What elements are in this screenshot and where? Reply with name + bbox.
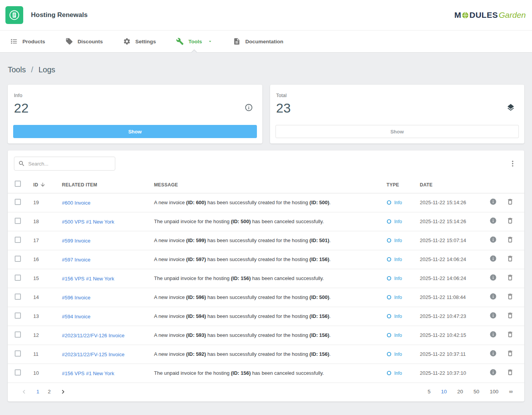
- layers-icon[interactable]: [506, 103, 515, 112]
- nav-item-tools[interactable]: Tools: [166, 31, 223, 52]
- row-checkbox[interactable]: [15, 313, 21, 319]
- delete-icon[interactable]: [506, 293, 514, 300]
- delete-icon[interactable]: [506, 217, 514, 224]
- delete-icon[interactable]: [506, 312, 514, 319]
- app-logo-icon: [5, 6, 23, 24]
- select-all-checkbox[interactable]: [15, 181, 21, 187]
- kebab-menu-icon[interactable]: [509, 160, 517, 167]
- details-info-icon[interactable]: [489, 331, 497, 338]
- row-checkbox[interactable]: [15, 237, 21, 243]
- row-checkbox[interactable]: [15, 275, 21, 281]
- nav-item-settings[interactable]: Settings: [113, 31, 166, 52]
- delete-icon[interactable]: [506, 274, 514, 281]
- related-item-link[interactable]: #594 Invoice: [62, 314, 91, 319]
- page-size-option[interactable]: 10: [441, 389, 447, 395]
- page-size-option[interactable]: ∞: [509, 389, 513, 395]
- row-checkbox[interactable]: [15, 218, 21, 224]
- row-checkbox[interactable]: [15, 350, 21, 357]
- log-type: Info: [387, 238, 412, 243]
- previous-page-icon[interactable]: [20, 388, 28, 396]
- logs-panel: ID RELATED ITEM MESSAGE TYPE DATE 19 #60…: [8, 150, 524, 401]
- log-date: 2025-11-22 10:37:10: [416, 364, 486, 383]
- related-item-link[interactable]: #2023/11/22/FV-126 Invoice: [62, 333, 125, 338]
- table-toolbar: [8, 150, 524, 176]
- log-date: 2025-11-22 10:42:15: [416, 326, 486, 345]
- details-info-icon[interactable]: [489, 312, 497, 319]
- table-row: 17 #599 Invoice A new invoice (ID: 599) …: [8, 231, 524, 250]
- column-header-date[interactable]: DATE: [420, 182, 433, 188]
- breadcrumb-page: Logs: [38, 65, 55, 74]
- column-header-related-item[interactable]: RELATED ITEM: [62, 182, 97, 188]
- delete-icon[interactable]: [506, 350, 514, 357]
- page-size-option[interactable]: 20: [457, 389, 463, 395]
- total-show-button[interactable]: Show: [275, 125, 519, 138]
- details-info-icon[interactable]: [489, 350, 497, 357]
- related-item-link[interactable]: #156 VPS #1 New York: [62, 276, 114, 282]
- related-item-link[interactable]: #600 Invoice: [62, 200, 91, 206]
- row-checkbox[interactable]: [15, 256, 21, 262]
- app-header: Hosting Renewals M DULES Garden: [0, 0, 532, 31]
- breadcrumb-separator: /: [31, 65, 33, 74]
- delete-icon[interactable]: [506, 255, 514, 262]
- delete-icon[interactable]: [506, 331, 514, 338]
- page-size-option[interactable]: 5: [428, 389, 431, 395]
- column-header-type[interactable]: TYPE: [387, 182, 399, 188]
- related-item-link[interactable]: #500 VPS #1 New York: [62, 219, 114, 225]
- details-info-icon[interactable]: [489, 369, 497, 376]
- page-size-option[interactable]: 100: [490, 389, 499, 395]
- log-date: 2025-11-22 15:14:26: [416, 212, 486, 231]
- log-id: 14: [29, 288, 58, 307]
- products-list-icon: [10, 38, 18, 45]
- info-circle-icon: [387, 238, 392, 243]
- page-number[interactable]: 1: [36, 389, 39, 395]
- log-date: 2025-11-22 15:07:14: [416, 231, 486, 250]
- delete-icon[interactable]: [506, 369, 514, 376]
- delete-icon[interactable]: [506, 236, 514, 243]
- log-id: 16: [29, 250, 58, 269]
- nav-item-discounts[interactable]: Discounts: [55, 31, 113, 52]
- details-info-icon[interactable]: [489, 236, 497, 243]
- details-info-icon[interactable]: [489, 255, 497, 262]
- related-item-link[interactable]: #596 Invoice: [62, 295, 91, 301]
- details-info-icon[interactable]: [489, 274, 497, 281]
- search-input[interactable]: [28, 161, 111, 167]
- log-table-body: 19 #600 Invoice A new invoice (ID: 600) …: [8, 193, 524, 383]
- row-checkbox[interactable]: [15, 331, 21, 338]
- total-stat-card: Total 23 Show: [270, 85, 525, 143]
- log-id: 19: [29, 193, 58, 212]
- delete-icon[interactable]: [506, 198, 514, 205]
- search-box[interactable]: [14, 157, 115, 171]
- details-info-icon[interactable]: [489, 198, 497, 205]
- column-header-message[interactable]: MESSAGE: [154, 182, 178, 188]
- related-item-link[interactable]: #156 VPS #1 New York: [62, 371, 114, 376]
- log-id: 12: [29, 326, 58, 345]
- related-item-link[interactable]: #2023/11/22/FV-125 Invoice: [62, 352, 125, 357]
- log-message: A new invoice (ID: 597) has been success…: [150, 250, 383, 269]
- row-checkbox[interactable]: [15, 369, 21, 376]
- log-date: 2025-11-22 14:06:24: [416, 269, 486, 288]
- log-id: 10: [29, 364, 58, 383]
- gear-icon: [123, 38, 131, 45]
- related-item-link[interactable]: #597 Invoice: [62, 257, 91, 263]
- info-circle-icon: [387, 371, 392, 376]
- log-type: Info: [387, 371, 412, 376]
- details-info-icon[interactable]: [489, 293, 497, 300]
- details-info-icon[interactable]: [489, 217, 497, 224]
- row-checkbox[interactable]: [15, 294, 21, 300]
- log-message: A new invoice (ID: 596) has been success…: [150, 288, 383, 307]
- column-header-id[interactable]: ID: [33, 182, 38, 188]
- info-outline-icon[interactable]: [245, 103, 253, 112]
- sort-desc-icon[interactable]: [40, 182, 46, 188]
- row-checkbox[interactable]: [15, 199, 21, 205]
- related-item-link[interactable]: #599 Invoice: [62, 238, 91, 244]
- next-page-icon[interactable]: [59, 388, 67, 396]
- nav-item-products[interactable]: Products: [0, 31, 55, 52]
- nav-item-documentation[interactable]: Documentation: [223, 31, 293, 52]
- info-circle-icon: [387, 295, 392, 300]
- discount-tag-icon: [65, 38, 73, 45]
- breadcrumb-section[interactable]: Tools: [8, 65, 26, 74]
- page-size-option[interactable]: 50: [474, 389, 479, 395]
- info-show-button[interactable]: Show: [13, 125, 257, 138]
- brand-text-modules-rest: DULES: [469, 10, 498, 20]
- page-number[interactable]: 2: [48, 389, 51, 395]
